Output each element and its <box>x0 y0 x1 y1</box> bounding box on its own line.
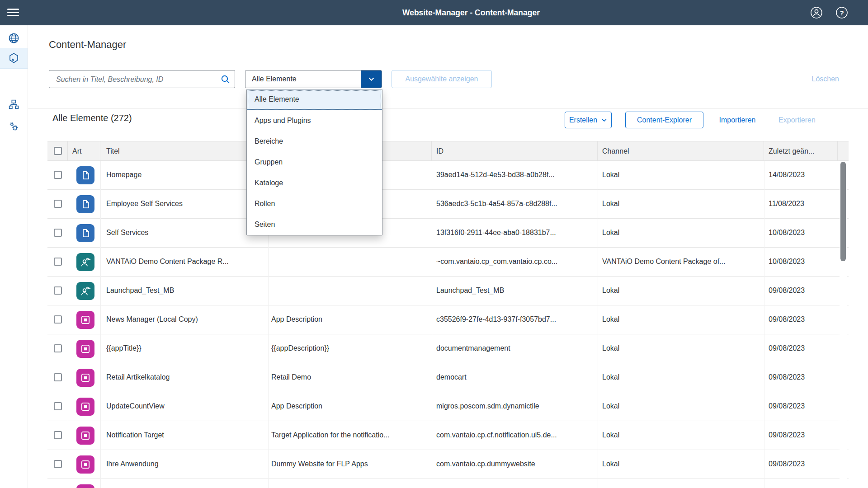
table-row[interactable]: News Manager (Local Copy)App Description… <box>47 305 849 334</box>
table-row[interactable]: Launchpad_Test_MBLaunchpad_Test_MBLokal0… <box>47 277 849 305</box>
dropdown-option[interactable]: Kataloge <box>247 173 382 193</box>
import-button[interactable]: Importieren <box>712 112 763 128</box>
user-account-icon[interactable] <box>810 6 823 19</box>
cell-id: democart <box>436 363 594 391</box>
cell-modified: 09/08/2023 <box>769 277 832 305</box>
cell-description: Retail Demo <box>271 363 429 391</box>
cell-title: Launchpad_Test_MB <box>106 277 264 305</box>
menu-icon[interactable] <box>7 7 20 19</box>
app-icon <box>76 398 94 416</box>
cell-description: Target Application for the notificatio..… <box>271 421 429 449</box>
create-button[interactable]: Erstellen <box>565 112 612 128</box>
help-icon[interactable]: ? <box>835 6 848 19</box>
row-checkbox[interactable] <box>54 431 62 439</box>
dropdown-option[interactable]: Bereiche <box>247 131 382 152</box>
cell-modified: 11/08/2023 <box>769 190 832 218</box>
table-row[interactable]: Homepage39aed14a-512d-4e53-bd38-a0b28f..… <box>47 161 849 190</box>
row-checkbox[interactable] <box>54 315 62 324</box>
cell-description: Dummy Website for FLP Apps <box>271 450 429 478</box>
dropdown-option[interactable]: Apps und Plugins <box>247 110 382 131</box>
row-checkbox[interactable] <box>54 373 62 381</box>
chevron-down-icon[interactable] <box>361 70 382 88</box>
cell-modified: 14/08/2023 <box>769 161 832 189</box>
table-row[interactable]: Ihre AnwendungDummy Website for FLP Apps… <box>47 450 849 479</box>
delete-button[interactable]: Löschen <box>807 70 842 88</box>
table-row[interactable]: Retail ArtikelkatalogRetail Demodemocart… <box>47 363 849 392</box>
cell-modified: 09/08/2023 <box>769 421 832 449</box>
row-checkbox[interactable] <box>54 344 62 352</box>
dropdown-option[interactable]: Seiten <box>247 214 382 235</box>
side-navigation <box>0 25 28 488</box>
app-icon <box>76 427 94 445</box>
column-header-id: ID <box>432 141 598 161</box>
search-input[interactable] <box>55 70 215 89</box>
cell-channel: Lokal <box>602 392 760 420</box>
table-scrollbar <box>840 161 847 488</box>
cell-channel: VANTAiO Demo Content Package of... <box>602 248 760 276</box>
table-row[interactable]: UpdateCountViewApp Descriptionmigros.pos… <box>47 392 849 421</box>
content-table: Art Titel ID Channel Zuletzt geän... Hom… <box>47 141 849 488</box>
app-icon <box>76 369 94 387</box>
dropdown-option[interactable]: Gruppen <box>247 152 382 173</box>
cell-channel: Lokal <box>602 219 760 247</box>
header-divider <box>28 108 868 109</box>
export-button[interactable]: Exportieren <box>772 112 822 128</box>
row-checkbox[interactable] <box>54 460 62 468</box>
dropdown-option[interactable]: Alle Elemente <box>247 89 382 110</box>
table-row[interactable]: {{appTitle}}{{appDescription}}documentma… <box>47 334 849 363</box>
cell-channel: Lokal <box>602 161 760 189</box>
cell-modified: 09/08/2023 <box>769 392 832 420</box>
cell-id: 13f316f0-2911-44ee-aba0-18831b7... <box>436 219 594 247</box>
table-row[interactable]: Self Services13f316f0-2911-44ee-aba0-188… <box>47 219 849 248</box>
table-row[interactable]: Notification TargetTarget Application fo… <box>47 421 849 450</box>
search-box <box>49 70 235 88</box>
app-icon <box>76 484 94 488</box>
row-checkbox[interactable] <box>54 258 62 266</box>
app-icon <box>76 455 94 474</box>
cell-modified: 09/08/2023 <box>769 305 832 333</box>
role-icon <box>76 282 94 300</box>
content-explorer-button[interactable]: Content-Explorer <box>625 112 703 128</box>
chevron-down-icon <box>601 117 607 123</box>
cell-title: Employee Self Services <box>106 190 264 218</box>
section-title: Alle Elemente (272) <box>52 113 132 123</box>
sidebar-item-settings settings-icon[interactable] <box>0 116 28 136</box>
cell-channel: Lokal <box>602 334 760 362</box>
svg-text:?: ? <box>840 9 844 17</box>
role-icon <box>76 253 94 271</box>
cell-channel: Lokal <box>602 421 760 449</box>
cell-title: Self Services <box>106 219 264 247</box>
dropdown-option[interactable]: Rollen <box>247 193 382 214</box>
column-header-modified: Zuletzt geän... <box>764 141 838 161</box>
table-row[interactable]: Employee Self Services536aedc3-5c1b-4a54… <box>47 190 849 219</box>
cell-title: Homepage <box>106 161 264 189</box>
app-icon <box>76 340 94 358</box>
scrollbar-thumb[interactable] <box>840 162 846 261</box>
show-selected-button[interactable]: Ausgewählte anzeigen <box>392 70 492 88</box>
cell-modified: 09/08/2023 <box>769 363 832 391</box>
table-row[interactable]: VANTAiO Demo Content Package R...~com.va… <box>47 248 849 277</box>
row-checkbox[interactable] <box>54 171 62 179</box>
cell-modified: 09/08/2023 <box>769 450 832 478</box>
row-checkbox[interactable] <box>54 402 62 410</box>
page-icon <box>76 166 94 184</box>
cell-id: ~com.vantaio.cp_com.vantaio.cp.co... <box>436 248 594 276</box>
row-checkbox[interactable] <box>54 229 62 237</box>
cell-id: com.vantaio.cp.dummywebsite <box>436 450 594 478</box>
element-type-select[interactable]: Alle Elemente <box>245 70 382 88</box>
cell-id: com.vantaio.cp.cf.notification.ui5.de... <box>436 421 594 449</box>
row-checkbox[interactable] <box>54 200 62 208</box>
search-icon[interactable] <box>221 75 230 84</box>
cell-id: c35526f9-27fe-4d13-937f-f3057bd7... <box>436 305 594 333</box>
sidebar-item-website globe-icon[interactable] <box>0 28 28 48</box>
cell-channel: Lokal <box>602 190 760 218</box>
column-header-art: Art <box>68 141 100 161</box>
select-all-checkbox[interactable] <box>54 147 62 155</box>
table-row[interactable] <box>47 479 849 488</box>
sidebar-item-structure sitemap-icon[interactable] <box>0 94 28 114</box>
row-checkbox[interactable] <box>54 286 62 295</box>
page-title: Content-Manager <box>49 39 126 51</box>
column-header-channel: Channel <box>598 141 764 161</box>
sidebar-item-content-manager content-manager-icon[interactable] <box>0 48 28 69</box>
page-icon <box>76 224 94 242</box>
